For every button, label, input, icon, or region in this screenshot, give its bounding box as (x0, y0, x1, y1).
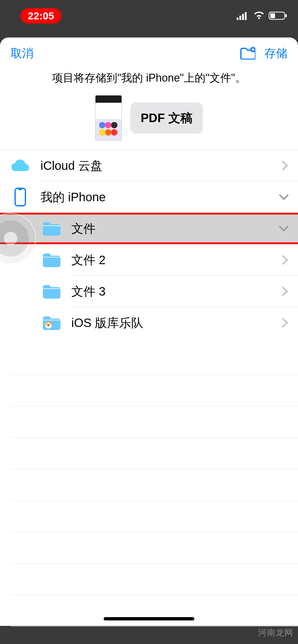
svg-rect-1 (239, 16, 241, 20)
save-button[interactable]: 存储 (264, 46, 287, 61)
battery-icon (269, 11, 287, 20)
location-my-iphone[interactable]: 我的 iPhone (0, 181, 298, 213)
folder-icon (42, 221, 62, 236)
iphone-icon (14, 188, 26, 206)
folder-name: 文件 3 (71, 283, 282, 300)
new-folder-icon[interactable] (240, 47, 255, 60)
location-label: iCloud 云盘 (40, 157, 282, 174)
cellular-icon (237, 11, 249, 20)
folder-icon (42, 283, 62, 299)
folder-row-selected[interactable]: 文件 (0, 213, 298, 244)
save-sheet: 取消 存储 项目将存储到"我的 iPhone"上的"文件"。 PDF 文稿 iC… (0, 37, 298, 626)
folder-name: iOS 版库乐队 (71, 315, 282, 331)
status-time: 22:05 (21, 8, 61, 24)
svg-rect-2 (242, 14, 244, 20)
folder-row-garageband[interactable]: iOS 版库乐队 (0, 307, 298, 338)
folder-row[interactable]: 文件 2 (0, 244, 298, 276)
location-list: iCloud 云盘 我的 iPhone 文件 (0, 150, 298, 338)
filename-badge[interactable]: PDF 文稿 (130, 102, 202, 134)
chevron-right-icon (282, 286, 289, 296)
save-location-description: 项目将存储到"我的 iPhone"上的"文件"。 (0, 69, 298, 91)
location-label: 我的 iPhone (40, 189, 279, 205)
chevron-down-icon (279, 225, 289, 232)
svg-rect-5 (270, 13, 275, 18)
empty-rows (0, 375, 298, 644)
chevron-down-icon (279, 193, 289, 201)
wifi-icon (253, 11, 265, 20)
home-indicator[interactable] (104, 617, 194, 620)
watermark-text: 河南龙网 (258, 627, 293, 639)
svg-rect-3 (245, 12, 247, 20)
folder-name: 文件 2 (71, 252, 282, 268)
folder-icon (42, 252, 62, 268)
file-preview-row: PDF 文稿 (0, 91, 298, 150)
svg-rect-0 (237, 18, 238, 20)
svg-point-11 (47, 324, 50, 326)
garageband-folder-icon (42, 315, 62, 331)
chevron-right-icon (282, 318, 289, 328)
navigation-bar: 取消 存储 (0, 37, 298, 69)
chevron-right-icon (282, 160, 289, 171)
folder-name: 文件 (71, 220, 279, 237)
cancel-button[interactable]: 取消 (11, 46, 34, 61)
svg-rect-8 (15, 188, 25, 206)
status-bar: 22:05 (0, 0, 298, 37)
svg-rect-9 (18, 189, 22, 190)
chevron-right-icon (282, 255, 289, 265)
status-icons (237, 11, 287, 20)
folder-row[interactable]: 文件 3 (0, 276, 298, 307)
document-thumbnail (95, 95, 122, 141)
svg-rect-6 (285, 14, 287, 17)
icloud-icon (11, 160, 29, 172)
location-icloud[interactable]: iCloud 云盘 (0, 150, 298, 181)
